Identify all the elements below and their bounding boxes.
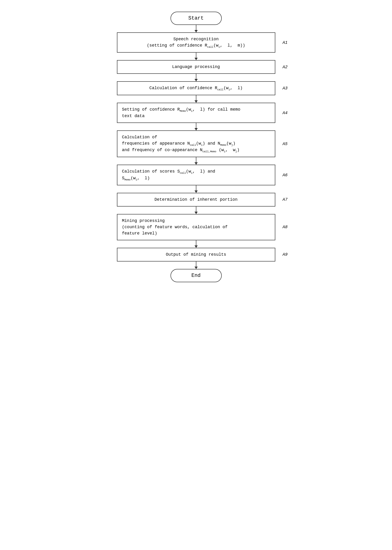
end-row: End bbox=[110, 269, 282, 282]
label-a7: A7 bbox=[282, 196, 288, 203]
process-a5: Calculation of frequencies of appearance… bbox=[117, 130, 275, 157]
arrow-7 bbox=[196, 185, 196, 193]
label-a4: A4 bbox=[282, 110, 288, 116]
a4-row: Setting of confidence RMemo(wi, l) for c… bbox=[110, 103, 282, 123]
arrow-10 bbox=[196, 262, 196, 269]
label-a9: A9 bbox=[282, 251, 288, 258]
label-a5: A5 bbox=[282, 141, 288, 147]
process-a9: Output of mining results A9 bbox=[117, 248, 275, 262]
label-a8: A8 bbox=[282, 224, 288, 230]
arrow-6 bbox=[196, 157, 196, 165]
a7-row: Determination of inherent portion A7 bbox=[110, 193, 282, 207]
process-a6: Calculation of scores Scall(wi, l) and S… bbox=[117, 165, 275, 185]
process-a7: Determination of inherent portion A7 bbox=[117, 193, 275, 207]
a8-row: Mining processing (counting of feature w… bbox=[110, 214, 282, 240]
label-a3: A3 bbox=[282, 85, 288, 91]
arrow-5 bbox=[196, 123, 196, 130]
arrow-4 bbox=[196, 95, 196, 103]
arrow-8 bbox=[196, 207, 196, 214]
a5-row: Calculation of frequencies of appearance… bbox=[110, 130, 282, 157]
start-terminal: Start bbox=[170, 12, 222, 25]
process-a4: Setting of confidence RMemo(wi, l) for c… bbox=[117, 103, 275, 123]
label-a6: A6 bbox=[282, 172, 288, 178]
a6-row: Calculation of scores Scall(wi, l) and S… bbox=[110, 165, 282, 185]
arrow-1 bbox=[196, 25, 196, 32]
end-terminal: End bbox=[170, 269, 222, 282]
label-a1: A1 bbox=[282, 39, 288, 46]
arrow-3 bbox=[196, 74, 196, 81]
label-a2: A2 bbox=[282, 64, 288, 70]
a2-row: Language processing A2 bbox=[110, 60, 282, 74]
process-a8: Mining processing (counting of feature w… bbox=[117, 214, 275, 240]
flowchart: Start Speech recognition (setting of con… bbox=[105, 5, 287, 289]
arrow-9 bbox=[196, 240, 196, 248]
a9-row: Output of mining results A9 bbox=[110, 248, 282, 262]
process-a2: Language processing A2 bbox=[117, 60, 275, 74]
process-a3: Calculation of confidence Rcall(wi, l) A… bbox=[117, 81, 275, 95]
process-a1: Speech recognition (setting of confidenc… bbox=[117, 32, 275, 53]
a3-row: Calculation of confidence Rcall(wi, l) A… bbox=[110, 81, 282, 95]
a1-row: Speech recognition (setting of confidenc… bbox=[110, 32, 282, 53]
arrow-2 bbox=[196, 53, 196, 60]
start-row: Start bbox=[110, 12, 282, 25]
